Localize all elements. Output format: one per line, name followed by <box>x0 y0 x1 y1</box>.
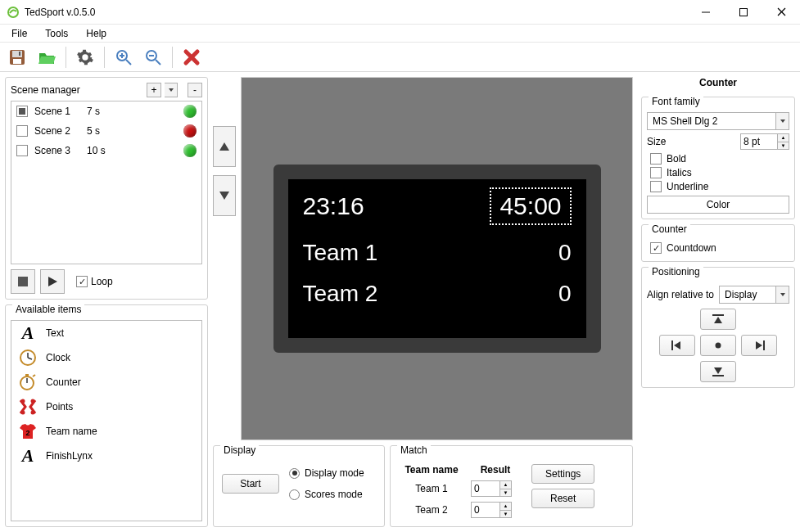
scene-manager-panel: Scene manager + - Scene 1 7 s Scene 2 <box>5 77 208 300</box>
scene-checkbox[interactable] <box>16 145 28 156</box>
spin-up-icon[interactable]: ▲ <box>778 133 789 142</box>
menu-file[interactable]: File <box>8 26 30 41</box>
scoreboard-team1[interactable]: Team 1 <box>303 240 378 266</box>
settings-button[interactable] <box>73 45 97 70</box>
scoreboard-team2[interactable]: Team 2 <box>303 281 378 307</box>
align-label: Align relative to <box>647 289 714 300</box>
scene-play-button[interactable] <box>40 269 65 294</box>
maximize-button[interactable] <box>725 0 762 25</box>
font-family-label: Font family <box>649 96 703 107</box>
list-item[interactable]: 2 Team name <box>11 419 201 444</box>
open-button[interactable] <box>34 45 59 70</box>
available-items-list[interactable]: A Text Clock Counter <box>11 320 202 521</box>
size-label: Size <box>647 136 735 147</box>
loop-label: Loop <box>91 276 113 287</box>
titlebar: TedSport v.0.5.0 <box>0 0 800 25</box>
scene-move-up-button[interactable] <box>213 126 236 167</box>
scoreboard-time[interactable]: 23:16 <box>303 192 364 220</box>
scene-row[interactable]: Scene 1 7 s <box>11 101 201 121</box>
scene-stop-button[interactable] <box>11 269 35 294</box>
menu-tools[interactable]: Tools <box>42 26 71 41</box>
zoom-in-button[interactable] <box>111 45 136 70</box>
scene-list[interactable]: Scene 1 7 s Scene 2 5 s Scene 3 10 s <box>11 101 202 264</box>
match-panel-label: Match <box>397 444 431 456</box>
spin-up-icon[interactable]: ▲ <box>500 502 512 511</box>
toolbar-separator <box>104 47 105 68</box>
scene-add-button[interactable]: + <box>147 83 161 97</box>
counter-group-label: Counter <box>649 223 690 235</box>
list-item[interactable]: Counter <box>11 370 201 394</box>
chevron-down-icon <box>775 113 789 129</box>
team2-score-input[interactable]: ▲▼ <box>471 502 520 518</box>
team2-label: Team 2 <box>399 504 464 516</box>
underline-checkbox[interactable]: Underline <box>650 181 789 192</box>
scoreboard-team2-score[interactable]: 0 <box>558 281 572 307</box>
team1-score-input[interactable]: ▲▼ <box>471 480 520 497</box>
scene-row[interactable]: Scene 3 10 s <box>11 141 201 160</box>
align-right-button[interactable] <box>741 335 777 356</box>
align-select[interactable]: Display <box>719 286 789 304</box>
list-item[interactable]: A FinishLynx <box>11 444 201 468</box>
list-item[interactable]: A Text <box>11 321 201 345</box>
team1-score-field[interactable] <box>471 480 500 497</box>
spin-down-icon[interactable]: ▼ <box>778 142 789 151</box>
bold-checkbox[interactable]: Bold <box>650 153 789 165</box>
scene-checkbox[interactable] <box>16 106 28 117</box>
display-mode-radio[interactable]: Display mode <box>289 467 364 479</box>
align-top-button[interactable] <box>700 309 736 330</box>
team2-score-field[interactable] <box>471 502 500 518</box>
start-button[interactable]: Start <box>222 474 279 494</box>
window-title: TedSport v.0.5.0 <box>25 7 96 18</box>
scores-mode-radio[interactable]: Scores mode <box>289 489 364 500</box>
svg-rect-7 <box>13 59 21 64</box>
scoreboard-counter[interactable]: 45:00 <box>490 187 571 225</box>
save-button[interactable] <box>5 45 29 70</box>
font-family-select[interactable]: MS Shell Dlg 2 <box>647 112 789 130</box>
match-settings-button[interactable]: Settings <box>531 464 594 484</box>
spin-down-icon[interactable]: ▼ <box>500 511 512 519</box>
list-item[interactable]: Points <box>11 394 201 419</box>
scene-move-down-button[interactable] <box>213 175 236 216</box>
align-left-button[interactable] <box>659 335 695 356</box>
svg-point-31 <box>716 343 721 349</box>
scene-status-icon <box>183 124 197 138</box>
properties-title: Counter <box>641 77 795 88</box>
italics-checkbox[interactable]: Italics <box>650 167 789 178</box>
scene-remove-button[interactable]: - <box>188 83 202 97</box>
scene-status-icon <box>183 105 197 118</box>
match-reset-button[interactable]: Reset <box>531 489 594 508</box>
list-item[interactable]: Clock <box>11 345 201 370</box>
scene-duration: 5 s <box>87 125 177 137</box>
close-button[interactable] <box>762 0 800 25</box>
size-input[interactable]: ▲▼ <box>740 133 789 150</box>
zoom-out-button[interactable] <box>141 45 165 70</box>
minimize-button[interactable] <box>687 0 725 25</box>
scene-add-dropdown[interactable] <box>165 83 178 97</box>
align-center-button[interactable] <box>700 335 736 356</box>
text-icon: A <box>16 324 39 342</box>
scores-mode-label: Scores mode <box>305 489 363 500</box>
delete-button[interactable] <box>179 45 204 70</box>
svg-line-14 <box>156 60 160 65</box>
size-field[interactable] <box>740 133 778 150</box>
list-item-label: Team name <box>46 426 97 437</box>
spin-down-icon[interactable]: ▼ <box>500 489 512 498</box>
menu-help[interactable]: Help <box>83 26 110 41</box>
app-icon <box>7 6 20 19</box>
color-label: Color <box>707 199 730 210</box>
countdown-checkbox[interactable]: ✓ Countdown <box>650 242 789 254</box>
display-panel: Display Start Display mode Scores mode <box>213 445 385 527</box>
loop-checkbox[interactable]: ✓ <box>76 276 88 287</box>
menubar: File Tools Help <box>0 25 800 43</box>
display-canvas[interactable]: 23:16 45:00 Team 1 0 Team 2 0 <box>241 77 633 440</box>
spin-up-icon[interactable]: ▲ <box>500 480 512 489</box>
align-bottom-button[interactable] <box>700 361 736 382</box>
scene-checkbox[interactable] <box>16 125 28 137</box>
scene-row[interactable]: Scene 2 5 s <box>11 121 201 141</box>
toolbar-separator <box>66 47 66 68</box>
scoreboard-team1-score[interactable]: 0 <box>558 240 572 266</box>
svg-line-23 <box>33 375 35 376</box>
color-button[interactable]: Color <box>647 196 789 214</box>
list-item-label: Text <box>46 327 64 339</box>
chevron-down-icon <box>775 286 789 303</box>
